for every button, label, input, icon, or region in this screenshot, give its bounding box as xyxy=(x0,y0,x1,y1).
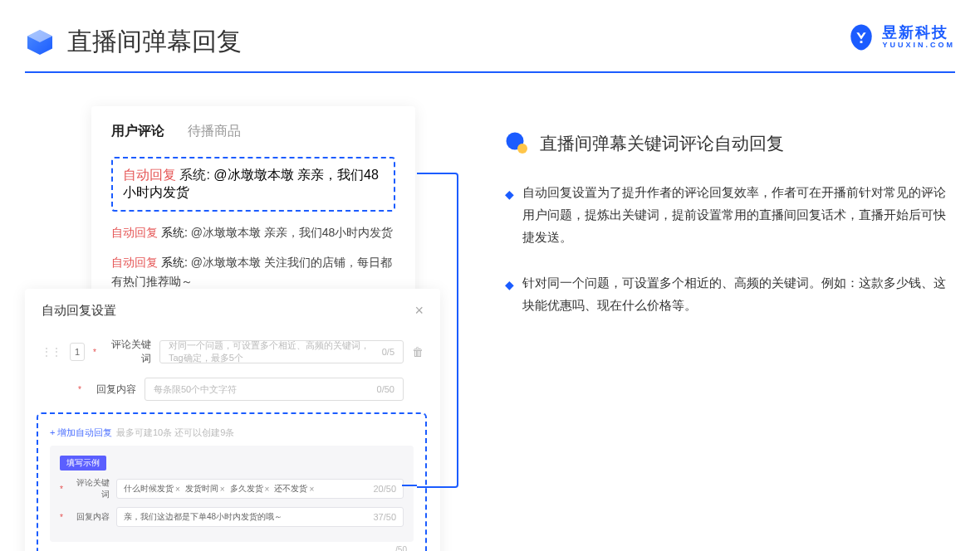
diamond-bullet-icon: ◆ xyxy=(505,184,514,248)
add-hint: 最多可建10条 还可以创建9条 xyxy=(116,427,234,437)
tag-chip: 多久发货× xyxy=(230,483,270,495)
cube-icon xyxy=(25,27,55,57)
brand-name: 昱新科技 xyxy=(882,25,955,41)
required-mark: * xyxy=(93,348,96,357)
diamond-bullet-icon: ◆ xyxy=(505,275,514,316)
ex-keyword-label: 评论关键词 xyxy=(70,477,110,500)
bullet-text: 针对同一个问题，可设置多个相近的、高频的关键词。例如：这款多少钱、这块能优惠吗、… xyxy=(522,271,955,316)
system-tag: 系统: xyxy=(179,168,209,182)
ex-keyword-input[interactable]: 什么时候发货× 发货时间× 多久发货× 还不发货× 20/50 xyxy=(116,479,404,499)
auto-reply-tag: 自动回复 xyxy=(111,226,158,239)
tag-chip: 发货时间× xyxy=(185,483,225,495)
row-number: 1 xyxy=(70,343,85,361)
brand-url: YUUXIN.COM xyxy=(882,41,955,50)
page-title: 直播间弹幕回复 xyxy=(67,25,242,59)
comments-card: 用户评论 待播商品 自动回复 系统: @冰墩墩本墩 亲亲，我们48小时内发货 自… xyxy=(91,106,415,315)
keyword-input[interactable]: 对同一个问题，可设置多个相近、高频的关键词，Tag确定，最多5个0/5 xyxy=(159,340,404,363)
chat-bubble-icon xyxy=(505,131,530,156)
required-mark: * xyxy=(78,385,81,394)
brand-logo: 昱新科技YUUXIN.COM xyxy=(847,23,955,51)
bullet-text: 自动回复设置为了提升作者的评论回复效率，作者可在开播前针对常见的评论用户问题，提… xyxy=(522,181,955,248)
section-title: 直播间弹幕关键词评论自动回复 xyxy=(540,132,784,155)
tab-pending-goods[interactable]: 待播商品 xyxy=(188,123,241,140)
count-footer: /50 xyxy=(50,542,414,551)
example-badge: 填写示例 xyxy=(60,456,106,471)
tag-chip: 什么时候发货× xyxy=(124,483,180,495)
content-label: 回复内容 xyxy=(90,383,136,397)
svg-point-1 xyxy=(517,144,527,154)
tag-chip: 还不发货× xyxy=(274,483,314,495)
auto-reply-tag: 自动回复 xyxy=(123,168,176,182)
header-divider xyxy=(25,71,955,73)
system-tag: 系统: xyxy=(161,226,188,239)
keyword-label: 评论关键词 xyxy=(105,338,151,366)
settings-card: 自动回复设置 × ⋮⋮ 1 * 评论关键词 对同一个问题，可设置多个相近、高频的… xyxy=(25,289,440,551)
add-reply-link[interactable]: + 增加自动回复 xyxy=(50,427,112,437)
auto-reply-tag: 自动回复 xyxy=(111,256,158,269)
settings-title: 自动回复设置 xyxy=(42,303,116,319)
connector-line xyxy=(417,173,458,488)
content-input[interactable]: 每条限50个中文字符0/50 xyxy=(145,378,404,401)
ex-content-label: 回复内容 xyxy=(70,511,110,523)
system-tag: 系统: xyxy=(161,256,188,269)
required-mark: * xyxy=(60,513,63,522)
required-mark: * xyxy=(60,485,63,494)
brand-icon xyxy=(847,23,875,51)
reply-msg: @冰墩墩本墩 亲亲，我们48小时内发货 xyxy=(191,226,394,239)
tab-user-comments[interactable]: 用户评论 xyxy=(111,123,164,140)
ex-content-input[interactable]: 亲，我们这边都是下单48小时内发货的哦～37/50 xyxy=(116,507,404,527)
highlighted-reply: 自动回复 系统: @冰墩墩本墩 亲亲，我们48小时内发货 xyxy=(111,157,395,212)
drag-handle-icon[interactable]: ⋮⋮ xyxy=(42,346,61,358)
